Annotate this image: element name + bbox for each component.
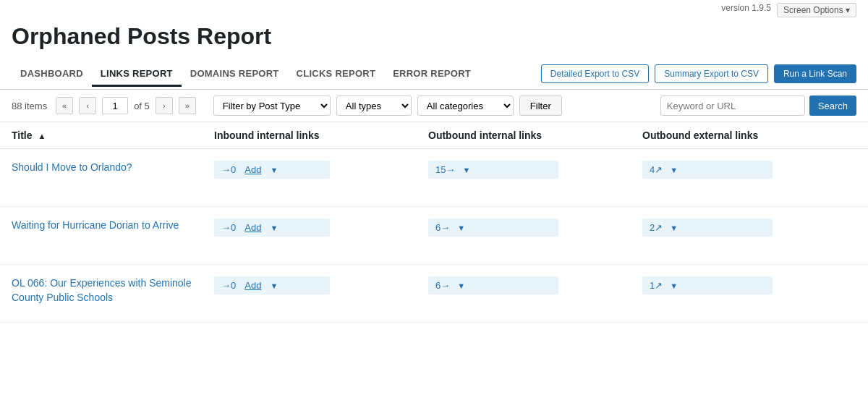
controls-left: 88 items « ‹ of 5 › » Filter by Post Typ…	[12, 96, 562, 116]
outbound-internal-cell: 6→ ▼	[428, 219, 642, 237]
outbound-external-dropdown-icon[interactable]: ▼	[670, 224, 678, 232]
post-title-link[interactable]: Should I Move to Orlando?	[12, 161, 132, 173]
controls-right: Search	[660, 96, 856, 116]
inbound-link-box: →0 Add ▼	[214, 219, 330, 237]
outbound-external-count: 1↗	[650, 280, 663, 291]
inbound-count: →0	[221, 222, 236, 233]
last-page-button[interactable]: »	[179, 97, 196, 114]
outbound-external-box: 1↗ ▼	[642, 276, 773, 294]
outbound-external-cell: 2↗ ▼	[642, 219, 856, 237]
version-text: version 1.9.5	[721, 3, 771, 17]
outbound-internal-dropdown-icon[interactable]: ▼	[462, 166, 470, 174]
filter-button[interactable]: Filter	[519, 96, 562, 116]
sort-arrow-icon: ▲	[38, 132, 46, 140]
outbound-external-box: 4↗ ▼	[642, 161, 773, 179]
post-title-cell: Should I Move to Orlando?	[12, 161, 214, 175]
outbound-external-cell: 4↗ ▼	[642, 161, 856, 179]
inbound-link-box: →0 Add ▼	[214, 276, 330, 294]
table-row: Should I Move to Orlando? →0 Add ▼ 15→ ▼…	[0, 149, 868, 207]
run-scan-button[interactable]: Run a Link Scan	[774, 64, 856, 83]
detailed-export-button[interactable]: Detailed Export to CSV	[541, 64, 649, 83]
table-row: Waiting for Hurricane Dorian to Arrive →…	[0, 207, 868, 265]
add-inbound-link[interactable]: Add	[244, 164, 261, 175]
inbound-cell: →0 Add ▼	[214, 161, 428, 179]
page-of: of 5	[134, 101, 150, 111]
all-categories-filter[interactable]: All categories Travel Education	[417, 96, 514, 116]
tab-clicks-report[interactable]: CLICKS REPORT	[288, 62, 385, 87]
table-header: Title ▲ Inbound internal links Outbound …	[0, 122, 868, 149]
summary-export-button[interactable]: Summary Export to CSV	[655, 64, 768, 83]
page-number-input[interactable]	[102, 97, 128, 114]
outbound-internal-box: 15→ ▼	[428, 161, 558, 179]
next-page-button[interactable]: ›	[156, 97, 173, 114]
inbound-dropdown-icon[interactable]: ▼	[270, 281, 278, 290]
col-header-outbound-external: Outbound external links	[642, 130, 856, 141]
post-type-filter[interactable]: Filter by Post Type Post Page	[213, 96, 331, 116]
outbound-external-count: 4↗	[650, 164, 663, 175]
outbound-external-box: 2↗ ▼	[642, 219, 773, 237]
screen-options-button[interactable]: Screen Options ▾	[777, 3, 856, 17]
tab-dashboard[interactable]: DASHBOARD	[12, 62, 92, 87]
outbound-external-dropdown-icon[interactable]: ▼	[670, 281, 678, 290]
outbound-internal-count: 6→	[435, 280, 450, 291]
all-types-filter[interactable]: All types Post Page	[336, 96, 412, 116]
inbound-count: →0	[221, 280, 236, 291]
outbound-external-cell: 1↗ ▼	[642, 276, 856, 294]
search-button[interactable]: Search	[809, 96, 856, 116]
first-page-button[interactable]: «	[56, 97, 73, 114]
tab-domains-report[interactable]: DOMAINS REPORT	[182, 62, 288, 87]
top-bar: version 1.9.5 Screen Options ▾	[0, 0, 868, 17]
outbound-internal-count: 15→	[435, 164, 455, 175]
toolbar-buttons: Detailed Export to CSV Summary Export to…	[541, 59, 856, 89]
outbound-external-count: 2↗	[650, 222, 663, 233]
inbound-count: →0	[221, 164, 236, 175]
outbound-internal-count: 6→	[435, 222, 450, 233]
nav-tabs: DASHBOARD LINKS REPORT DOMAINS REPORT CL…	[12, 62, 480, 86]
inbound-dropdown-icon[interactable]: ▼	[270, 166, 278, 174]
outbound-external-dropdown-icon[interactable]: ▼	[670, 166, 678, 174]
post-title-link[interactable]: Waiting for Hurricane Dorian to Arrive	[12, 219, 179, 231]
inbound-cell: →0 Add ▼	[214, 219, 428, 237]
prev-page-button[interactable]: ‹	[79, 97, 96, 114]
post-title-cell: OL 066: Our Experiences with Seminole Co…	[12, 276, 214, 305]
inbound-dropdown-icon[interactable]: ▼	[270, 224, 278, 232]
post-title-link[interactable]: OL 066: Our Experiences with Seminole Co…	[12, 277, 192, 303]
col-header-title: Title ▲	[12, 130, 214, 141]
table-row: OL 066: Our Experiences with Seminole Co…	[0, 265, 868, 323]
page-title: Orphaned Posts Report	[0, 17, 868, 59]
filter-section: Filter by Post Type Post Page All types …	[213, 96, 562, 116]
outbound-internal-cell: 6→ ▼	[428, 276, 642, 294]
tab-error-report[interactable]: ERROR REPORT	[384, 62, 480, 87]
tab-links-report[interactable]: LINKS REPORT	[92, 62, 182, 87]
top-controls: 88 items « ‹ of 5 › » Filter by Post Typ…	[0, 90, 868, 122]
outbound-internal-dropdown-icon[interactable]: ▼	[457, 281, 465, 290]
search-input[interactable]	[660, 96, 805, 116]
col-header-inbound: Inbound internal links	[214, 130, 428, 141]
outbound-internal-dropdown-icon[interactable]: ▼	[457, 224, 465, 232]
data-table: Title ▲ Inbound internal links Outbound …	[0, 122, 868, 323]
inbound-cell: →0 Add ▼	[214, 276, 428, 294]
post-title-cell: Waiting for Hurricane Dorian to Arrive	[12, 219, 214, 233]
outbound-internal-cell: 15→ ▼	[428, 161, 642, 179]
add-inbound-link[interactable]: Add	[244, 280, 261, 291]
outbound-internal-box: 6→ ▼	[428, 219, 558, 237]
outbound-internal-box: 6→ ▼	[428, 276, 558, 294]
col-header-outbound-internal: Outbound internal links	[428, 130, 642, 141]
item-count: 88 items	[12, 101, 47, 111]
add-inbound-link[interactable]: Add	[244, 222, 261, 233]
inbound-link-box: →0 Add ▼	[214, 161, 330, 179]
